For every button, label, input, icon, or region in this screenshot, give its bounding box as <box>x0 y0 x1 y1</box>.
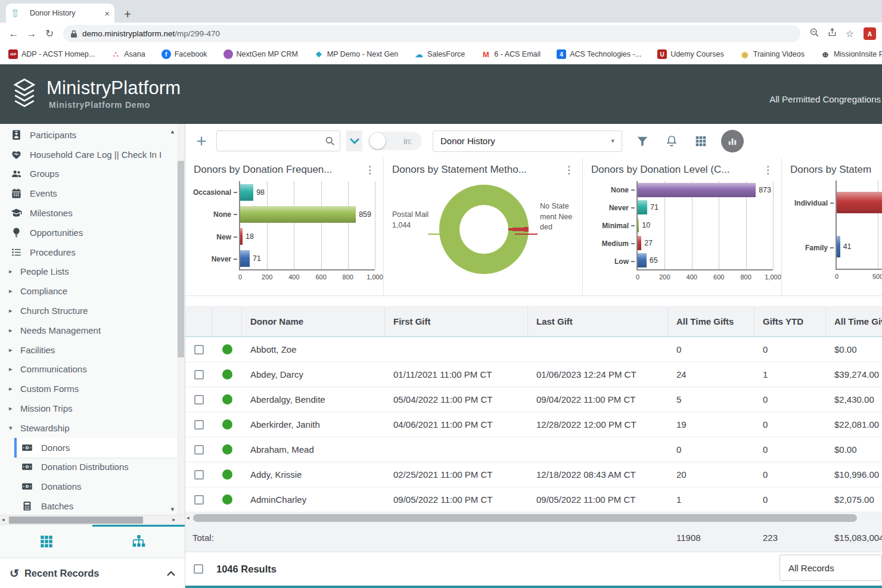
sidebar-scroll-up-icon[interactable]: ▲ <box>170 129 175 135</box>
bar-none[interactable] <box>638 183 756 197</box>
table-row[interactable]: AdminCharley09/05/2022 11:00 PM CT09/05/… <box>185 487 882 512</box>
bar-occasional[interactable] <box>240 184 253 201</box>
bar-new[interactable] <box>240 228 243 245</box>
chart-menu-icon[interactable]: ⋮ <box>760 164 775 176</box>
bookmark-item[interactable]: ◉Training Videos <box>740 49 805 59</box>
bookmark-item[interactable]: UUdemy Courses <box>657 49 724 59</box>
sidebar-item-mission-trips[interactable]: ▸Mission Trips <box>0 399 185 418</box>
sidebar-item-procedures[interactable]: Procedures <box>0 242 185 262</box>
sidebar-item-needs-management[interactable]: ▸Needs Management <box>0 321 185 340</box>
chevron-right-icon[interactable]: ▸ <box>9 326 15 334</box>
acrobat-extension-icon[interactable]: A <box>864 27 876 40</box>
address-bar[interactable]: demo.ministryplatform.net/mp/299-470 <box>63 25 800 42</box>
refresh-icon[interactable]: ↻ <box>42 27 57 40</box>
row-checkbox[interactable] <box>194 495 204 505</box>
tab-grid-view[interactable] <box>0 525 92 558</box>
bar-never[interactable] <box>240 250 250 267</box>
search-in-toggle[interactable]: in: <box>368 132 422 150</box>
entity-select[interactable]: Donor History ▾ <box>433 130 622 152</box>
header-first-gift[interactable]: First Gift <box>385 307 528 336</box>
sidebar-item-facilities[interactable]: ▸Facilities <box>0 340 185 360</box>
bookmark-star-icon[interactable]: ☆ <box>842 28 858 39</box>
sidebar-scroll-down-icon[interactable]: ▼ <box>170 506 175 512</box>
sidebar-item-custom-forms[interactable]: ▸Custom Forms <box>0 379 185 399</box>
table-row[interactable]: Aberdalgy, Bendite05/04/2022 11:00 PM CT… <box>185 387 882 412</box>
search-options-chevron[interactable] <box>346 130 362 151</box>
notifications-button[interactable] <box>663 135 681 148</box>
row-checkbox[interactable] <box>194 470 204 480</box>
row-checkbox[interactable] <box>194 420 204 430</box>
donut-ring[interactable] <box>439 185 529 274</box>
chevron-right-icon[interactable]: ▸ <box>9 346 15 354</box>
bookmark-item[interactable]: ❖MP Demo - Next Gen <box>314 49 398 59</box>
chevron-right-icon[interactable]: ▸ <box>9 405 15 412</box>
bar-minimal[interactable] <box>638 218 639 232</box>
sidebar-item-communications[interactable]: ▸Communications <box>0 360 185 379</box>
header-donor-name[interactable]: Donor Name <box>242 307 385 336</box>
table-row[interactable]: Abbott, Zoe00$0.00 <box>185 337 882 362</box>
header-all-time-giving[interactable]: All Time Giving <box>826 307 882 336</box>
zoom-page-icon[interactable] <box>806 27 822 40</box>
tab-hierarchy-view[interactable] <box>92 525 185 558</box>
recent-records-panel[interactable]: ↺ Recent Records <box>0 558 185 588</box>
collapse-chevron-icon[interactable] <box>167 568 175 578</box>
congregations-label[interactable]: All Permitted Congregations <box>769 94 881 104</box>
sidebar-item-groups[interactable]: Groups <box>0 164 185 184</box>
add-record-button[interactable]: + <box>192 132 210 150</box>
sidebar-item-donation-distributions[interactable]: Donation Distributions <box>14 458 185 477</box>
bookmark-item[interactable]: ☁SalesForce <box>414 49 465 59</box>
table-row[interactable]: Abdey, Darcy01/11/2021 11:00 PM CT01/06/… <box>185 362 882 387</box>
sidebar-item-participants[interactable]: Participants <box>0 125 185 145</box>
bar-family[interactable] <box>837 236 840 257</box>
chevron-down-icon[interactable]: ▾ <box>9 424 15 432</box>
sidebar-item-donations[interactable]: Donations <box>14 477 185 496</box>
tab-close-icon[interactable]: × <box>104 8 110 18</box>
row-checkbox[interactable] <box>194 345 204 354</box>
back-icon[interactable]: ← <box>6 28 21 40</box>
chart-menu-icon[interactable]: ⋮ <box>561 164 576 176</box>
sidebar-item-compliance[interactable]: ▸Compliance <box>0 281 185 301</box>
bar-never[interactable] <box>638 200 647 214</box>
content-horizontal-scrollbar[interactable]: ◂ <box>185 512 882 524</box>
table-row[interactable]: Abraham, Mead00$0.00 <box>185 437 882 462</box>
table-row[interactable]: Addy, Krissie02/25/2021 11:00 PM CT12/18… <box>185 462 882 487</box>
header-all-time-gifts[interactable]: All Time Gifts <box>668 307 754 336</box>
header-gifts-ytd[interactable]: Gifts YTD <box>754 307 826 336</box>
bookmark-item[interactable]: ADPADP - ACST Homep... <box>8 49 95 59</box>
chart-menu-icon[interactable]: ⋮ <box>362 164 377 176</box>
chevron-right-icon[interactable]: ▸ <box>9 287 15 295</box>
charts-toggle-button[interactable] <box>721 130 744 153</box>
row-checkbox[interactable] <box>194 395 204 405</box>
chevron-right-icon[interactable]: ▸ <box>9 267 15 275</box>
bookmark-item[interactable]: ⊕MissionInsite Peopl... <box>821 49 882 59</box>
select-all-checkbox[interactable] <box>194 564 203 574</box>
search-input[interactable] <box>222 136 325 146</box>
bar-medium[interactable] <box>638 236 641 250</box>
chevron-right-icon[interactable]: ▸ <box>9 365 15 373</box>
bookmark-item[interactable]: 4ACS Technologies -... <box>557 49 641 59</box>
sidebar-item-donors[interactable]: Donors <box>14 438 185 458</box>
sidebar-item-household-care-log-check-in-i[interactable]: Household Care Log || Check In I <box>0 145 185 164</box>
sidebar-vertical-scrollbar[interactable] <box>177 124 185 515</box>
filter-button[interactable] <box>633 135 651 148</box>
sidebar-item-church-structure[interactable]: ▸Church Structure <box>0 301 185 321</box>
grid-view-button[interactable] <box>692 135 710 148</box>
sidebar-item-opportunities[interactable]: Opportunities <box>0 223 185 242</box>
header-last-gift[interactable]: Last Gift <box>528 307 668 336</box>
row-checkbox[interactable] <box>194 445 204 455</box>
sidebar-item-batches[interactable]: Batches <box>14 496 185 515</box>
search-box[interactable] <box>216 130 340 151</box>
browser-tab[interactable]: Donor History × <box>6 4 114 23</box>
bookmark-item[interactable]: M6 - ACS Email <box>481 49 541 59</box>
bookmark-item[interactable]: fFacebook <box>162 49 207 59</box>
sidebar-item-events[interactable]: Events <box>0 183 185 203</box>
record-range-select[interactable]: All Records <box>779 555 882 581</box>
table-row[interactable]: Aberkirder, Janith04/06/2021 11:00 PM CT… <box>185 412 882 437</box>
bar-individual[interactable] <box>837 192 882 213</box>
bookmark-item[interactable]: ∴Asana <box>111 49 145 59</box>
sidebar-item-milestones[interactable]: Milestones <box>0 203 185 223</box>
bar-low[interactable] <box>638 253 647 267</box>
share-icon[interactable] <box>824 27 840 40</box>
sidebar-item-stewardship[interactable]: ▾Stewardship <box>0 418 185 438</box>
forward-icon[interactable]: → <box>24 28 39 40</box>
